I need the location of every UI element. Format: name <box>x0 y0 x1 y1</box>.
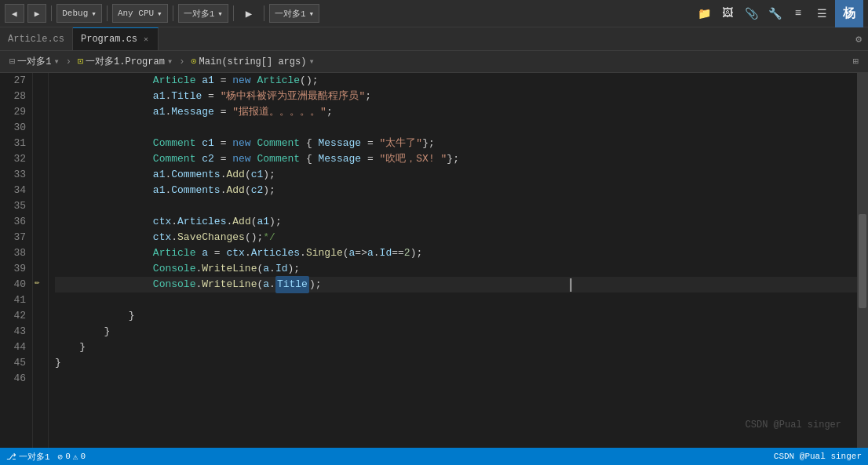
code-line-27: Article a1 = new Article(); <box>55 73 857 89</box>
ln-35: 35 <box>6 198 26 214</box>
code-content[interactable]: Article a1 = new Article(); a1.Title = "… <box>49 73 857 448</box>
list-icon-btn[interactable]: ☰ <box>811 3 832 24</box>
status-project-label: 一对多1 <box>19 451 50 463</box>
image-icon-btn[interactable]: 🖼 <box>717 3 738 24</box>
code-line-42: } <box>55 308 857 324</box>
ln-43: 43 <box>6 324 26 340</box>
code-line-28: a1.Title = "杨中科被评为亚洲最酷程序员"; <box>55 89 857 104</box>
code-lines: Article a1 = new Article(); a1.Title = "… <box>49 73 857 387</box>
sep4 <box>233 5 234 21</box>
tab-settings-btn[interactable]: ⚙ <box>849 27 868 50</box>
code-line-30 <box>55 120 857 136</box>
code-line-32: Comment c2 = new Comment { Message = "吹吧… <box>55 151 857 167</box>
warning-icon: ⚠ <box>73 452 78 462</box>
code-line-41 <box>55 292 857 308</box>
ln-45: 45 <box>6 355 26 371</box>
code-line-38: Article a = ctx.Articles.Single(a=>a.Id=… <box>55 245 857 261</box>
tab-program-label: Program.cs <box>81 34 137 45</box>
status-branch-icon: ⎇ <box>6 452 16 462</box>
ln-37: 37 <box>6 230 26 245</box>
ln-42: 42 <box>6 308 26 324</box>
ln-34: 34 <box>6 183 26 198</box>
nav-sep2: › <box>177 56 186 67</box>
nav-back-btn[interactable]: ◀ <box>5 4 24 23</box>
ln-38: 38 <box>6 245 26 261</box>
code-line-33: a1.Comments.Add(c1); <box>55 167 857 183</box>
toolbar: ◀ ▶ Debug ▾ Any CPU ▾ 一对多1 ▾ ▶ 一对多1 ▾ 📁 … <box>0 0 868 27</box>
status-bar: ⎇ 一对多1 ⊘ 0 ⚠ 0 CSDN @Pual singer <box>0 448 868 465</box>
code-line-35 <box>55 198 857 214</box>
error-count: 0 <box>65 452 71 461</box>
tab-article-label: Article.cs <box>8 34 64 45</box>
nav-sep1: › <box>64 56 73 67</box>
method-label: Main(string[] args) <box>199 56 307 67</box>
status-right-text: CSDN @Pual singer <box>774 452 862 461</box>
status-errors[interactable]: ⊘ 0 ⚠ 0 <box>58 452 86 462</box>
ln-27: 27 <box>6 73 26 89</box>
code-line-37: ctx.SaveChanges();*/ <box>55 230 857 245</box>
ln-33: 33 <box>6 167 26 183</box>
project2-label: 一对多1 <box>275 8 306 20</box>
class-icon: ⊡ <box>78 56 83 67</box>
sep5 <box>264 5 264 21</box>
gutter-icon-40: ✏ <box>35 277 40 287</box>
chevron-method: ▾ <box>308 56 314 67</box>
method-icon: ⊙ <box>191 56 196 67</box>
sep2 <box>107 5 108 21</box>
warning-count: 0 <box>80 452 86 461</box>
ln-32: 32 <box>6 151 26 167</box>
ln-44: 44 <box>6 340 26 355</box>
nav-expand-btn[interactable]: ⊞ <box>848 56 863 67</box>
sep3 <box>173 5 173 21</box>
status-project[interactable]: ⎇ 一对多1 <box>6 451 50 463</box>
scrollbar[interactable] <box>857 73 868 448</box>
class-label: 一对多1.Program <box>86 55 165 68</box>
code-line-46 <box>55 371 857 387</box>
code-line-45: } <box>55 355 857 371</box>
code-line-34: a1.Comments.Add(c2); <box>55 183 857 198</box>
code-line-36: ctx.Articles.Add(a1); <box>55 214 857 230</box>
folder-icon-btn[interactable]: 📁 <box>694 3 714 24</box>
nav-scope[interactable]: ⊟ 一对多1 ▾ <box>5 51 64 72</box>
ln-36: 36 <box>6 214 26 230</box>
gutter: ✏ <box>33 73 49 448</box>
scrollbar-thumb[interactable] <box>859 214 866 308</box>
play-btn[interactable]: ▶ <box>239 3 259 24</box>
user-avatar: 杨 <box>835 0 863 27</box>
nav-class[interactable]: ⊡ 一对多1.Program ▾ <box>73 51 177 72</box>
chevron-down-icon2: ▾ <box>157 9 162 19</box>
project2-dropdown[interactable]: 一对多1 ▾ <box>269 4 319 23</box>
nav-forward-btn[interactable]: ▶ <box>27 4 47 23</box>
tab-program[interactable]: Program.cs ✕ <box>73 27 159 50</box>
debug-dropdown[interactable]: Debug ▾ <box>57 4 102 23</box>
ln-41: 41 <box>6 292 26 308</box>
ln-39: 39 <box>6 261 26 277</box>
code-line-43: } <box>55 324 857 340</box>
project1-dropdown[interactable]: 一对多1 ▾ <box>178 4 228 23</box>
tools-icon-btn[interactable]: 🔧 <box>764 3 785 24</box>
sep1 <box>51 5 52 21</box>
tab-article[interactable]: Article.cs <box>0 27 73 50</box>
code-line-44: } <box>55 340 857 355</box>
nav-method[interactable]: ⊙ Main(string[] args) ▾ <box>186 51 319 72</box>
line-numbers: 27 28 29 30 31 32 33 34 35 36 37 38 39 4… <box>0 73 33 448</box>
ln-29: 29 <box>6 104 26 120</box>
scope-label: 一对多1 <box>17 55 51 68</box>
cpu-label: Any CPU <box>118 9 154 18</box>
tab-program-close[interactable]: ✕ <box>142 34 150 45</box>
chevron-down-icon4: ▾ <box>309 9 315 19</box>
code-line-29: a1.Message = "据报道。。。。。"; <box>55 104 857 120</box>
chevron-class: ▾ <box>167 56 173 67</box>
chevron-down-icon: ▾ <box>91 9 97 19</box>
code-container: 27 28 29 30 31 32 33 34 35 36 37 38 39 4… <box>0 73 868 448</box>
code-line-39: Console.WriteLine(a.Id); <box>55 261 857 277</box>
attach-icon-btn[interactable]: 📎 <box>741 3 761 24</box>
tab-bar: Article.cs Program.cs ✕ ⚙ <box>0 27 868 51</box>
debug-label: Debug <box>62 9 88 18</box>
error-icon: ⊘ <box>58 452 64 462</box>
format-icon-btn[interactable]: ≡ <box>788 3 808 24</box>
project1-label: 一对多1 <box>184 8 215 20</box>
ln-28: 28 <box>6 89 26 104</box>
chevron-scope: ▾ <box>53 56 59 67</box>
cpu-dropdown[interactable]: Any CPU ▾ <box>112 4 168 23</box>
